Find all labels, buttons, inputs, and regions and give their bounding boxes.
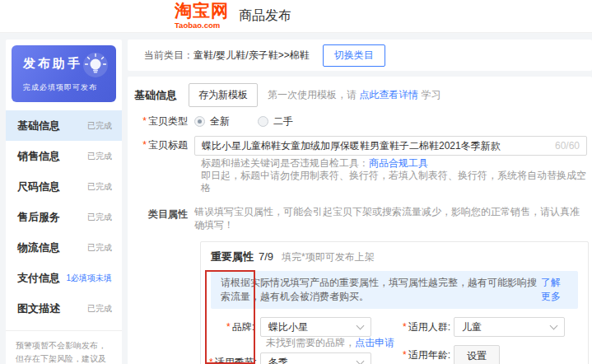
applicable-age-label: *适用年龄: xyxy=(403,345,454,364)
current-category-bar: 当前类目：童鞋/婴儿鞋/亲子鞋>>棉鞋 切换类目 xyxy=(128,40,592,71)
menu-label: 支付信息 xyxy=(17,271,60,286)
category-text: 当前类目：童鞋/婴儿鞋/亲子鞋>>棉鞋 xyxy=(144,49,310,63)
notice-text: 请根据实际情况填写产品的重要属性，填写属性越完整，越有可能影响搜索流量，越有机会… xyxy=(221,276,541,304)
status-badge: 已完成 xyxy=(87,151,112,162)
taobao-logo[interactable]: 淘宝网 Taobao.com xyxy=(175,2,229,30)
sidebar-item-sales-info[interactable]: 销售信息 已完成 xyxy=(6,141,122,171)
char-counter: 60/60 xyxy=(555,140,580,152)
app-header: 淘宝网 Taobao.com 商品发布 xyxy=(0,0,592,33)
applicable-people-label: *适用人群: xyxy=(403,317,454,337)
radio-second-hand[interactable]: 二手 xyxy=(258,114,293,128)
learn-more-link[interactable]: 了解更多 xyxy=(541,276,568,304)
sidebar-menu: 基础信息 已完成 销售信息 已完成 尺码信息 已完成 售后服务 已完成 物流信息… xyxy=(6,110,122,324)
section-title-basic-info: 基础信息 xyxy=(134,88,180,103)
radio-brand-new[interactable]: 全新 xyxy=(194,114,230,128)
attrs-right-column: *适用人群: 儿童 *适用年龄: 设置 闭合方式: xyxy=(394,317,588,364)
publish-sidebar: 发布助手 完成必填项即可发布 xyxy=(6,40,122,364)
status-badge: 已完成 xyxy=(87,303,112,315)
sidebar-warning-note: 预警项暂不会影响发布，但存在下架风险，建议及时整改 xyxy=(6,330,122,364)
radio-unchecked-icon xyxy=(258,116,268,127)
menu-label: 基础信息 xyxy=(17,119,60,133)
template-hint-prefix: 第一次使用模板，请 xyxy=(268,89,359,100)
sidebar-item-payment-info[interactable]: 支付信息 1必填项未填 xyxy=(6,263,122,293)
menu-label: 图文描述 xyxy=(17,301,60,316)
menu-label: 物流信息 xyxy=(17,240,60,255)
menu-label: 销售信息 xyxy=(17,149,60,164)
brand-value: 蝶比小星 xyxy=(268,320,308,334)
item-title-input[interactable]: 蝶比小星儿童棉鞋女童加绒加厚保暖鞋男童鞋子二棉鞋2021冬季新款 60/60 xyxy=(194,136,587,156)
season-label: *适用季节: xyxy=(209,352,260,364)
chevron-down-icon xyxy=(550,321,558,329)
sidebar-item-after-sales[interactable]: 售后服务 已完成 xyxy=(6,202,122,232)
brand-select[interactable]: 蝶比小星 xyxy=(260,317,371,337)
sidebar-item-size-info[interactable]: 尺码信息 已完成 xyxy=(6,171,122,202)
set-age-button[interactable]: 设置 xyxy=(454,345,500,364)
title-helper-2: 即日起，标题中请勿使用制表符、换行符，若填入制表符、换行符，系统将自动替换成空格 xyxy=(201,170,589,194)
save-as-template-button[interactable]: 存为新模板 xyxy=(189,83,258,107)
menu-label: 售后服务 xyxy=(17,210,60,225)
item-type-radio-group: 全新 二手 xyxy=(194,112,321,130)
status-badge-warning: 1必填项未填 xyxy=(66,273,112,284)
template-hint-suffix: 学习 xyxy=(418,89,441,100)
publish-assistant-card: 发布助手 完成必填项即可发布 xyxy=(12,45,116,102)
switch-category-button[interactable]: 切换类目 xyxy=(323,44,385,67)
important-attrs-title: 重要属性 xyxy=(211,250,254,264)
chevron-down-icon xyxy=(357,357,365,364)
title-helper-1: 标题和描述关键词是否违规自检工具：商品合规工具 xyxy=(201,157,589,170)
applicable-people-select[interactable]: 儿童 xyxy=(454,317,565,337)
important-attrs-notice: 请根据实际情况填写产品的重要属性，填写属性越完整，越有可能影响搜索流量，越有机会… xyxy=(211,271,578,309)
required-asterisk: * xyxy=(142,115,147,127)
sidebar-item-basic-info[interactable]: 基础信息 已完成 xyxy=(6,110,122,141)
attrs-left-column: *品牌: 蝶比小星 未找到需要的品牌，点击申请 *适用季节: xyxy=(201,317,394,364)
category-attr-hint: 错误填写宝贝属性，可能会引起宝贝下架或搜索流量减少，影响您的正常销售，请认真准确… xyxy=(194,205,589,231)
view-details-link[interactable]: 点此查看详情 xyxy=(359,89,418,100)
applicable-people-value: 儿童 xyxy=(462,320,482,334)
brand-helper: 未找到需要的品牌，点击申请 xyxy=(266,338,394,348)
basic-info-panel: 基础信息 存为新模板 第一次使用模板，请 点此查看详情 学习 *宝贝类型 全新 … xyxy=(128,77,592,364)
category-label: 当前类目： xyxy=(144,49,193,61)
logo-en-text: Taobao.com xyxy=(175,21,229,30)
brand-helper-text: 未找到需要的品牌， xyxy=(266,337,355,348)
chevron-down-icon xyxy=(357,321,365,329)
important-attrs-count: 7/9 xyxy=(259,250,273,263)
compliance-tool-link[interactable]: 商品合规工具 xyxy=(369,157,428,169)
assistant-subtitle: 完成必填项即可发布 xyxy=(23,82,106,93)
sidebar-item-description[interactable]: 图文描述 已完成 xyxy=(6,293,122,324)
item-title-label: *宝贝标题 xyxy=(133,136,194,154)
season-select[interactable]: 冬季 xyxy=(260,352,371,364)
radio-label: 全新 xyxy=(210,114,230,128)
template-hint: 第一次使用模板，请 点此查看详情 学习 xyxy=(268,88,441,102)
season-value: 冬季 xyxy=(268,356,288,364)
sidebar-item-logistics-info[interactable]: 物流信息 已完成 xyxy=(6,232,122,263)
status-badge: 已完成 xyxy=(87,212,112,223)
logo-cn-text: 淘宝网 xyxy=(175,2,229,20)
category-value: 童鞋/婴儿鞋/亲子鞋>>棉鞋 xyxy=(193,49,310,61)
apply-brand-link[interactable]: 点击申请 xyxy=(355,337,394,348)
category-attr-label: 类目属性 xyxy=(133,205,194,223)
title-helper-prefix: 标题和描述关键词是否违规自检工具： xyxy=(201,157,369,169)
page-title: 商品发布 xyxy=(239,7,291,25)
brand-label: *品牌: xyxy=(209,317,260,337)
menu-label: 尺码信息 xyxy=(17,180,60,194)
item-type-label: *宝贝类型 xyxy=(133,112,194,130)
item-title-value: 蝶比小星儿童棉鞋女童加绒加厚保暖鞋男童鞋子二棉鞋2021冬季新款 xyxy=(202,139,548,153)
required-asterisk: * xyxy=(142,139,147,151)
radio-checked-icon xyxy=(194,116,205,127)
important-attrs-subtitle: 填完*项即可发布上架 xyxy=(282,250,375,264)
lightbulb-icon xyxy=(80,50,110,82)
radio-label: 二手 xyxy=(273,114,293,128)
important-attributes-box: 重要属性 7/9 填完*项即可发布上架 请根据实际情况填写产品的重要属性，填写属… xyxy=(200,241,589,364)
status-badge: 已完成 xyxy=(87,120,112,132)
status-badge: 已完成 xyxy=(87,242,112,254)
status-badge: 已完成 xyxy=(87,181,112,193)
